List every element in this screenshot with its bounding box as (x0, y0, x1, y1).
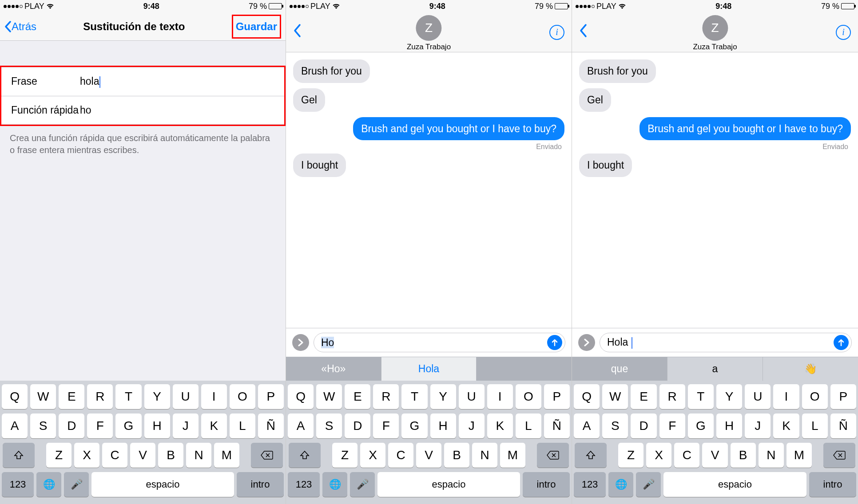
message-out[interactable]: Brush and gel you bought or I have to bu… (640, 117, 851, 141)
info-button[interactable]: i (549, 25, 564, 40)
key-v[interactable]: V (416, 443, 441, 468)
key-h[interactable]: H (144, 413, 170, 438)
key-r[interactable]: R (87, 384, 113, 409)
phrase-input[interactable]: hola (80, 75, 100, 88)
backspace-key[interactable] (823, 443, 855, 468)
key-k[interactable]: K (773, 413, 799, 438)
suggestion-1[interactable]: que (572, 357, 667, 381)
key-t[interactable]: T (688, 384, 714, 409)
space-key[interactable]: espacio (663, 472, 806, 497)
space-key[interactable]: espacio (377, 472, 520, 497)
key-h[interactable]: H (430, 413, 456, 438)
key-l[interactable]: L (516, 413, 541, 438)
suggestion-2[interactable]: Hola (381, 357, 477, 381)
key-u[interactable]: U (173, 384, 199, 409)
key-l[interactable]: L (230, 413, 255, 438)
key-i[interactable]: I (487, 384, 513, 409)
key-a[interactable]: A (574, 413, 600, 438)
key-b[interactable]: B (444, 443, 469, 468)
key-y[interactable]: Y (144, 384, 170, 409)
key-z[interactable]: Z (332, 443, 358, 468)
key-a[interactable]: A (288, 413, 314, 438)
expand-button[interactable] (578, 334, 595, 351)
key-c[interactable]: C (674, 443, 699, 468)
back-button[interactable]: Atrás (4, 20, 36, 33)
key-n[interactable]: N (472, 443, 497, 468)
key-n[interactable]: N (759, 443, 784, 468)
key-ñ[interactable]: Ñ (830, 413, 856, 438)
message-input[interactable]: Ho (314, 333, 565, 352)
key-o[interactable]: O (230, 384, 255, 409)
key-s[interactable]: S (30, 413, 56, 438)
message-in[interactable]: Brush for you (293, 59, 370, 83)
message-out[interactable]: Brush and gel you bought or I have to bu… (353, 117, 564, 141)
suggestion-1[interactable]: «Ho» (286, 357, 381, 381)
shift-key[interactable] (3, 443, 35, 468)
backspace-key[interactable] (251, 443, 283, 468)
key-p[interactable]: P (258, 384, 284, 409)
send-button[interactable] (834, 335, 849, 350)
key-ñ[interactable]: Ñ (544, 413, 570, 438)
key-t[interactable]: T (401, 384, 427, 409)
mic-key[interactable]: 🎤 (64, 472, 89, 497)
backspace-key[interactable] (537, 443, 569, 468)
numbers-key[interactable]: 123 (288, 472, 320, 497)
message-in[interactable]: Gel (579, 88, 611, 112)
enter-key[interactable]: intro (237, 472, 284, 497)
key-l[interactable]: L (802, 413, 828, 438)
back-button[interactable] (579, 23, 587, 42)
key-w[interactable]: W (30, 384, 56, 409)
key-q[interactable]: Q (574, 384, 600, 409)
key-s[interactable]: S (602, 413, 628, 438)
key-u[interactable]: U (745, 384, 771, 409)
key-v[interactable]: V (702, 443, 727, 468)
key-k[interactable]: K (487, 413, 513, 438)
key-q[interactable]: Q (2, 384, 28, 409)
message-input[interactable]: Hola (600, 333, 852, 352)
key-p[interactable]: P (544, 384, 570, 409)
key-y[interactable]: Y (430, 384, 456, 409)
suggestion-2[interactable]: a (667, 357, 763, 381)
phrase-row[interactable]: Frase hola (1, 67, 284, 96)
key-z[interactable]: Z (618, 443, 644, 468)
numbers-key[interactable]: 123 (574, 472, 606, 497)
key-h[interactable]: H (716, 413, 742, 438)
key-e[interactable]: E (345, 384, 370, 409)
globe-key[interactable]: 🌐 (608, 472, 633, 497)
key-x[interactable]: X (74, 443, 99, 468)
enter-key[interactable]: intro (809, 472, 856, 497)
key-i[interactable]: I (773, 384, 799, 409)
globe-key[interactable]: 🌐 (36, 472, 61, 497)
key-x[interactable]: X (360, 443, 385, 468)
shortcut-input[interactable]: ho (80, 104, 91, 116)
save-button[interactable]: Guardar (236, 20, 277, 32)
key-w[interactable]: W (602, 384, 628, 409)
key-b[interactable]: B (731, 443, 756, 468)
contact-header[interactable]: Z Zuza Trabajo (693, 15, 737, 51)
key-g[interactable]: G (401, 413, 427, 438)
key-f[interactable]: F (87, 413, 113, 438)
key-q[interactable]: Q (288, 384, 314, 409)
key-g[interactable]: G (115, 413, 141, 438)
info-button[interactable]: i (836, 25, 851, 40)
key-d[interactable]: D (59, 413, 84, 438)
key-z[interactable]: Z (46, 443, 72, 468)
shift-key[interactable] (289, 443, 321, 468)
contact-header[interactable]: Z Zuza Trabajo (407, 15, 451, 51)
key-m[interactable]: M (786, 443, 812, 468)
key-c[interactable]: C (102, 443, 127, 468)
send-button[interactable] (547, 335, 562, 350)
key-e[interactable]: E (59, 384, 84, 409)
key-m[interactable]: M (214, 443, 239, 468)
key-j[interactable]: J (173, 413, 199, 438)
key-d[interactable]: D (345, 413, 370, 438)
key-s[interactable]: S (316, 413, 342, 438)
key-o[interactable]: O (516, 384, 541, 409)
key-d[interactable]: D (631, 413, 656, 438)
key-j[interactable]: J (459, 413, 485, 438)
expand-button[interactable] (292, 334, 309, 351)
shortcut-row[interactable]: Función rápida ho (1, 96, 284, 125)
key-b[interactable]: B (158, 443, 183, 468)
key-a[interactable]: A (2, 413, 28, 438)
key-t[interactable]: T (115, 384, 141, 409)
